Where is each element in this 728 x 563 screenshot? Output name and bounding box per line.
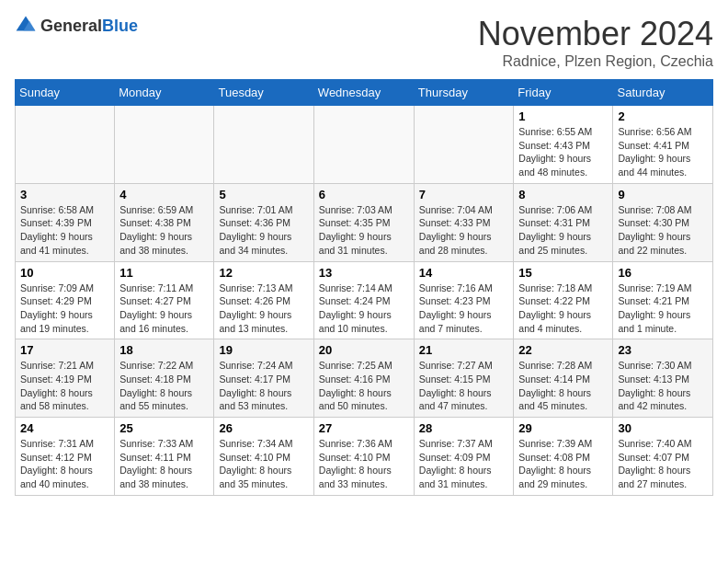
day-info: Sunrise: 7:40 AM Sunset: 4:07 PM Dayligh… [618,437,708,491]
day-info: Sunrise: 7:39 AM Sunset: 4:08 PM Dayligh… [518,437,608,491]
calendar-cell: 3Sunrise: 6:58 AM Sunset: 4:39 PM Daylig… [16,183,115,261]
day-info: Sunrise: 7:13 AM Sunset: 4:26 PM Dayligh… [219,282,308,336]
page-header: GeneralBlue November 2024 Radnice, Plzen… [15,15,713,70]
day-info: Sunrise: 6:59 AM Sunset: 4:38 PM Dayligh… [119,203,209,258]
day-number: 7 [419,188,509,201]
calendar-header-cell: Wednesday [313,80,414,106]
day-number: 17 [20,343,109,357]
calendar-cell: 10Sunrise: 7:09 AM Sunset: 4:29 PM Dayli… [16,261,115,339]
day-number: 23 [618,343,708,357]
calendar-week-row: 24Sunrise: 7:31 AM Sunset: 4:12 PM Dayli… [16,418,713,496]
day-info: Sunrise: 7:18 AM Sunset: 4:22 PM Dayligh… [518,282,608,336]
calendar-cell: 17Sunrise: 7:21 AM Sunset: 4:19 PM Dayli… [16,339,115,418]
day-info: Sunrise: 7:28 AM Sunset: 4:14 PM Dayligh… [518,359,608,413]
day-number: 3 [20,188,109,201]
calendar-cell: 28Sunrise: 7:37 AM Sunset: 4:09 PM Dayli… [414,418,514,496]
day-number: 14 [419,266,509,280]
calendar-cell: 2Sunrise: 6:56 AM Sunset: 4:41 PM Daylig… [613,106,713,184]
day-number: 19 [219,343,308,357]
calendar-cell: 29Sunrise: 7:39 AM Sunset: 4:08 PM Dayli… [514,418,613,496]
day-info: Sunrise: 7:36 AM Sunset: 4:10 PM Dayligh… [319,437,409,491]
day-info: Sunrise: 7:34 AM Sunset: 4:10 PM Dayligh… [219,437,308,491]
day-info: Sunrise: 7:27 AM Sunset: 4:15 PM Dayligh… [419,359,509,413]
calendar-cell: 9Sunrise: 7:08 AM Sunset: 4:30 PM Daylig… [613,183,713,261]
day-number: 5 [219,188,308,201]
day-info: Sunrise: 7:14 AM Sunset: 4:24 PM Dayligh… [319,282,409,336]
calendar-header-cell: Thursday [414,80,514,106]
day-info: Sunrise: 7:16 AM Sunset: 4:23 PM Dayligh… [419,282,509,336]
day-info: Sunrise: 6:56 AM Sunset: 4:41 PM Dayligh… [618,125,708,179]
calendar-cell: 30Sunrise: 7:40 AM Sunset: 4:07 PM Dayli… [613,418,713,496]
calendar-week-row: 1Sunrise: 6:55 AM Sunset: 4:43 PM Daylig… [16,106,713,184]
day-info: Sunrise: 7:03 AM Sunset: 4:35 PM Dayligh… [319,203,409,258]
day-info: Sunrise: 7:24 AM Sunset: 4:17 PM Dayligh… [219,359,308,413]
day-info: Sunrise: 7:08 AM Sunset: 4:30 PM Dayligh… [618,203,708,258]
day-info: Sunrise: 7:09 AM Sunset: 4:29 PM Dayligh… [20,282,109,336]
calendar-body: 1Sunrise: 6:55 AM Sunset: 4:43 PM Daylig… [16,106,713,496]
calendar-cell: 12Sunrise: 7:13 AM Sunset: 4:26 PM Dayli… [214,261,313,339]
day-number: 18 [119,343,209,357]
calendar-cell: 15Sunrise: 7:18 AM Sunset: 4:22 PM Dayli… [514,261,613,339]
calendar-cell: 18Sunrise: 7:22 AM Sunset: 4:18 PM Dayli… [115,339,214,418]
calendar-cell: 14Sunrise: 7:16 AM Sunset: 4:23 PM Dayli… [414,261,514,339]
calendar-cell: 4Sunrise: 6:59 AM Sunset: 4:38 PM Daylig… [115,183,214,261]
day-info: Sunrise: 7:19 AM Sunset: 4:21 PM Dayligh… [618,282,708,336]
day-number: 12 [219,266,308,280]
day-number: 11 [119,266,209,280]
calendar-cell: 25Sunrise: 7:33 AM Sunset: 4:11 PM Dayli… [115,418,214,496]
day-number: 20 [319,343,409,357]
day-number: 26 [219,421,308,435]
day-number: 27 [319,421,409,435]
day-number: 9 [618,188,708,201]
day-number: 13 [319,266,409,280]
day-number: 29 [518,421,608,435]
calendar-cell [16,106,115,184]
day-number: 25 [119,421,209,435]
day-info: Sunrise: 7:25 AM Sunset: 4:16 PM Dayligh… [319,359,409,413]
day-number: 4 [119,188,209,201]
title-section: November 2024 Radnice, Plzen Region, Cze… [478,15,713,70]
calendar-header-cell: Friday [514,80,613,106]
day-info: Sunrise: 7:33 AM Sunset: 4:11 PM Dayligh… [119,437,209,491]
logo-text-blue: Blue [102,17,138,35]
calendar-cell: 19Sunrise: 7:24 AM Sunset: 4:17 PM Dayli… [214,339,313,418]
day-number: 22 [518,343,608,357]
calendar-week-row: 3Sunrise: 6:58 AM Sunset: 4:39 PM Daylig… [16,183,713,261]
calendar-cell: 27Sunrise: 7:36 AM Sunset: 4:10 PM Dayli… [313,418,414,496]
calendar-cell: 11Sunrise: 7:11 AM Sunset: 4:27 PM Dayli… [115,261,214,339]
calendar-cell [313,106,414,184]
day-info: Sunrise: 7:37 AM Sunset: 4:09 PM Dayligh… [419,437,509,491]
day-info: Sunrise: 7:11 AM Sunset: 4:27 PM Dayligh… [119,282,209,336]
calendar-cell: 22Sunrise: 7:28 AM Sunset: 4:14 PM Dayli… [514,339,613,418]
logo-icon [15,15,37,37]
calendar-cell: 8Sunrise: 7:06 AM Sunset: 4:31 PM Daylig… [514,183,613,261]
day-info: Sunrise: 6:55 AM Sunset: 4:43 PM Dayligh… [518,125,608,179]
day-info: Sunrise: 7:31 AM Sunset: 4:12 PM Dayligh… [20,437,109,491]
month-title: November 2024 [478,15,713,53]
calendar-header-cell: Sunday [16,80,115,106]
calendar-cell: 5Sunrise: 7:01 AM Sunset: 4:36 PM Daylig… [214,183,313,261]
calendar-cell [414,106,514,184]
calendar-cell: 24Sunrise: 7:31 AM Sunset: 4:12 PM Dayli… [16,418,115,496]
day-number: 10 [20,266,109,280]
day-number: 15 [518,266,608,280]
logo-text-general: General [40,17,102,35]
day-number: 21 [419,343,509,357]
day-number: 30 [618,421,708,435]
day-info: Sunrise: 7:04 AM Sunset: 4:33 PM Dayligh… [419,203,509,258]
calendar-header-cell: Saturday [613,80,713,106]
calendar-cell: 21Sunrise: 7:27 AM Sunset: 4:15 PM Dayli… [414,339,514,418]
calendar-cell: 16Sunrise: 7:19 AM Sunset: 4:21 PM Dayli… [613,261,713,339]
calendar-header-cell: Monday [115,80,214,106]
calendar-week-row: 17Sunrise: 7:21 AM Sunset: 4:19 PM Dayli… [16,339,713,418]
calendar-cell: 6Sunrise: 7:03 AM Sunset: 4:35 PM Daylig… [313,183,414,261]
day-number: 28 [419,421,509,435]
day-number: 2 [618,109,708,123]
day-number: 6 [319,188,409,201]
day-number: 16 [618,266,708,280]
calendar-header-row: SundayMondayTuesdayWednesdayThursdayFrid… [16,80,713,106]
calendar-cell [115,106,214,184]
day-number: 8 [518,188,608,201]
day-info: Sunrise: 7:21 AM Sunset: 4:19 PM Dayligh… [20,359,109,413]
calendar: SundayMondayTuesdayWednesdayThursdayFrid… [15,79,713,496]
